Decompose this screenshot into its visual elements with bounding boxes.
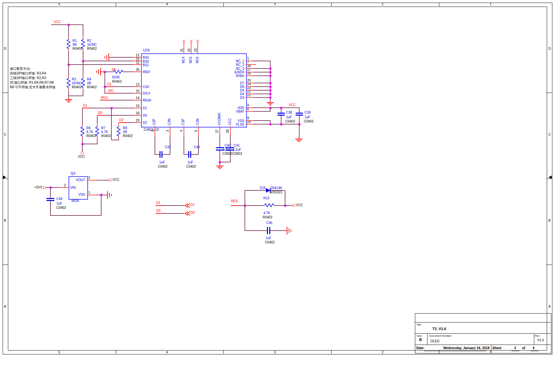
wire <box>246 75 253 76</box>
resistor-symbol <box>117 126 121 136</box>
earth-ground-icon <box>94 68 102 76</box>
label <box>295 137 303 142</box>
junction-dot <box>269 123 272 126</box>
resistor-symbol <box>67 77 71 88</box>
wire <box>285 191 285 206</box>
wire <box>69 64 133 65</box>
wire <box>82 144 83 152</box>
zone-col: 5 <box>58 350 60 354</box>
wire <box>51 24 83 25</box>
port-label-vcc: VCC <box>112 178 119 182</box>
wire <box>106 86 113 87</box>
u24-pin-number: 3 <box>166 130 169 132</box>
wire <box>188 151 189 158</box>
c39-value: 1uF <box>305 115 310 119</box>
wire <box>270 108 271 111</box>
u24-pin-name: CS# <box>143 85 149 89</box>
wire <box>184 42 184 53</box>
note-line: R8 可不焊接,官方手册要求焊接 <box>10 85 55 89</box>
doc-value: OLED <box>430 339 439 343</box>
c41-footprint: C0603 <box>232 152 242 155</box>
c43-value: 1uF <box>188 160 193 164</box>
d15-ref: D15 <box>260 186 266 190</box>
wire <box>246 68 253 69</box>
wire <box>223 3 224 7</box>
offpage-label-d1: D1 <box>190 203 195 207</box>
wire <box>82 108 83 123</box>
wire <box>104 72 105 94</box>
wire <box>246 111 253 112</box>
zone-col: 5 <box>58 2 60 6</box>
wire <box>415 322 551 322</box>
r3-value: 1K/NC <box>72 81 81 85</box>
c44-footprint: C0402 <box>56 206 66 210</box>
u24-pin-number: 13 <box>133 83 139 86</box>
q3-pin-name: VSS <box>73 193 85 196</box>
r7-value: 4.7K <box>101 130 108 134</box>
wire <box>427 333 427 345</box>
junction-dot <box>269 86 272 88</box>
wire <box>253 94 271 94</box>
label <box>106 191 111 199</box>
wire <box>83 88 83 91</box>
label <box>117 126 120 136</box>
c40-footprint: C0603 <box>222 152 232 155</box>
wire <box>245 190 265 191</box>
wire <box>83 75 83 77</box>
r1-value: 0R <box>73 43 77 46</box>
wire <box>46 187 59 188</box>
wire <box>102 71 113 72</box>
wire <box>219 162 231 162</box>
wire <box>82 136 83 139</box>
center-marker-icon <box>548 175 552 179</box>
u24-ref: U24 <box>143 48 150 52</box>
u24-pin-number: 31 <box>180 48 184 52</box>
wire <box>133 122 141 123</box>
wire <box>83 61 133 61</box>
u24-pin-name: D/C# <box>143 92 150 95</box>
wire <box>83 91 83 96</box>
wire <box>97 116 98 123</box>
wire <box>184 136 184 155</box>
wire <box>197 42 198 53</box>
r6-footprint: R0402 <box>86 134 96 138</box>
c43-ref: C43 <box>194 145 200 149</box>
r2-footprint: R0402 <box>87 47 97 50</box>
u24-pin-number: 4 <box>180 130 183 132</box>
wire <box>219 126 220 135</box>
wire <box>68 65 69 75</box>
u24-pin-name: R/W# <box>224 74 244 78</box>
u24-pin-number: 27 <box>215 129 219 133</box>
wire <box>133 71 141 72</box>
label <box>81 77 85 88</box>
zone-row: A <box>548 305 551 308</box>
label <box>267 101 274 105</box>
c45-ref: C45 <box>266 221 272 225</box>
c45-footprint: C0402 <box>265 240 275 244</box>
net-label-vcc: VCC <box>289 103 296 107</box>
d15-footprint: SOD323 <box>270 190 282 194</box>
wire <box>97 180 109 181</box>
u24-pin-name: BS2 <box>143 56 149 59</box>
u24-pin-number: 12 <box>133 53 139 57</box>
u24-pin-number: 32 <box>187 48 191 52</box>
wire <box>253 72 271 72</box>
wire <box>223 350 224 354</box>
r10-ref: R10 <box>263 196 269 200</box>
wire <box>415 333 551 334</box>
r4-footprint: R0402 <box>87 85 97 89</box>
r5-value: 910K <box>112 75 120 79</box>
wire <box>246 64 256 65</box>
zone-row: B <box>548 219 551 222</box>
wire <box>50 188 51 198</box>
port-label-vcc: VCC <box>78 155 85 158</box>
junction-dot <box>269 93 272 95</box>
wire <box>219 162 220 164</box>
wire <box>246 61 253 61</box>
wire <box>111 140 119 140</box>
wire <box>191 42 191 53</box>
r4-ref: R4 <box>87 77 91 81</box>
u24-pin-name: D6 <box>224 85 244 89</box>
c44-value: 1uF <box>56 202 62 205</box>
zone-col: 1 <box>490 2 492 6</box>
